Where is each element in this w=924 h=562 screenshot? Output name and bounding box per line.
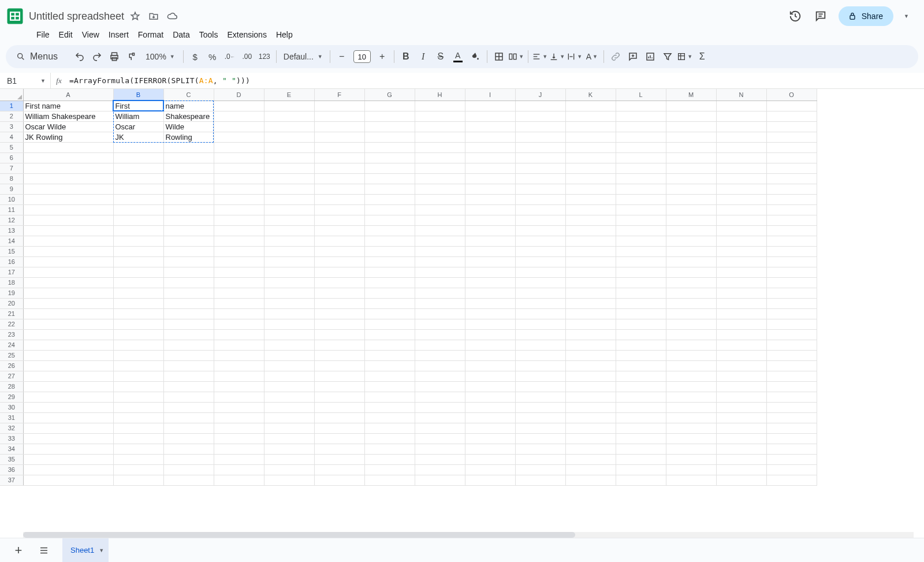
cell-H23[interactable] <box>415 329 465 340</box>
cell-A37[interactable] <box>23 475 113 485</box>
cell-H19[interactable] <box>415 288 465 298</box>
wrap-button[interactable]: ▼ <box>567 49 583 65</box>
cell-G15[interactable] <box>364 246 415 256</box>
cell-F4[interactable] <box>314 132 364 142</box>
cell-K18[interactable] <box>565 277 616 288</box>
row-header-14[interactable]: 14 <box>0 236 23 246</box>
cell-A28[interactable] <box>23 381 113 392</box>
column-header-H[interactable]: H <box>415 89 465 101</box>
cell-N19[interactable] <box>716 288 766 298</box>
cell-B23[interactable] <box>113 329 163 340</box>
cell-O17[interactable] <box>766 267 817 277</box>
cell-H27[interactable] <box>415 371 465 381</box>
cell-E31[interactable] <box>264 412 314 423</box>
cell-F10[interactable] <box>314 194 364 204</box>
menu-view[interactable]: View <box>78 28 103 42</box>
cell-L29[interactable] <box>616 392 666 402</box>
cell-F21[interactable] <box>314 308 364 319</box>
zoom-select[interactable]: 100%▼ <box>141 52 180 61</box>
cell-C6[interactable] <box>163 152 214 163</box>
cell-J15[interactable] <box>515 246 565 256</box>
cell-L22[interactable] <box>616 319 666 329</box>
cell-H25[interactable] <box>415 350 465 360</box>
cell-K7[interactable] <box>565 163 616 173</box>
cell-M28[interactable] <box>666 381 716 392</box>
cell-O32[interactable] <box>766 423 817 433</box>
cell-G7[interactable] <box>364 163 415 173</box>
cell-H33[interactable] <box>415 433 465 444</box>
cell-G18[interactable] <box>364 277 415 288</box>
cell-H15[interactable] <box>415 246 465 256</box>
cell-F15[interactable] <box>314 246 364 256</box>
cell-D15[interactable] <box>214 246 264 256</box>
cell-B6[interactable] <box>113 152 163 163</box>
cell-E8[interactable] <box>264 173 314 184</box>
cell-J7[interactable] <box>515 163 565 173</box>
cell-D4[interactable] <box>214 132 264 142</box>
cell-H3[interactable] <box>415 121 465 132</box>
cell-O11[interactable] <box>766 204 817 215</box>
cell-D30[interactable] <box>214 402 264 412</box>
cell-H5[interactable] <box>415 142 465 152</box>
cell-H14[interactable] <box>415 236 465 246</box>
cell-G29[interactable] <box>364 392 415 402</box>
percent-button[interactable]: % <box>204 49 221 65</box>
cell-B15[interactable] <box>113 246 163 256</box>
cell-H10[interactable] <box>415 194 465 204</box>
cell-A16[interactable] <box>23 256 113 267</box>
cell-D7[interactable] <box>214 163 264 173</box>
cell-I21[interactable] <box>465 308 515 319</box>
cell-D3[interactable] <box>214 121 264 132</box>
cell-E1[interactable] <box>264 101 314 111</box>
cell-E32[interactable] <box>264 423 314 433</box>
cell-C37[interactable] <box>163 475 214 485</box>
cell-N14[interactable] <box>716 236 766 246</box>
cell-J13[interactable] <box>515 225 565 236</box>
cell-G5[interactable] <box>364 142 415 152</box>
cell-F25[interactable] <box>314 350 364 360</box>
cell-M31[interactable] <box>666 412 716 423</box>
cell-F29[interactable] <box>314 392 364 402</box>
strikethrough-button[interactable]: S <box>433 49 449 65</box>
cell-G19[interactable] <box>364 288 415 298</box>
cell-C18[interactable] <box>163 277 214 288</box>
cell-K35[interactable] <box>565 454 616 464</box>
cell-C14[interactable] <box>163 236 214 246</box>
cell-D28[interactable] <box>214 381 264 392</box>
cell-I6[interactable] <box>465 152 515 163</box>
cell-F19[interactable] <box>314 288 364 298</box>
name-box[interactable]: B1 ▼ <box>0 73 51 88</box>
cell-K31[interactable] <box>565 412 616 423</box>
cell-C29[interactable] <box>163 392 214 402</box>
cell-C7[interactable] <box>163 163 214 173</box>
column-header-O[interactable]: O <box>766 89 817 101</box>
cell-E34[interactable] <box>264 444 314 454</box>
cell-N33[interactable] <box>716 433 766 444</box>
row-header-31[interactable]: 31 <box>0 412 23 423</box>
cell-G3[interactable] <box>364 121 415 132</box>
cell-F30[interactable] <box>314 402 364 412</box>
cell-A31[interactable] <box>23 412 113 423</box>
cell-J30[interactable] <box>515 402 565 412</box>
cell-J35[interactable] <box>515 454 565 464</box>
cell-A32[interactable] <box>23 423 113 433</box>
cell-B21[interactable] <box>113 308 163 319</box>
cell-K4[interactable] <box>565 132 616 142</box>
cell-G26[interactable] <box>364 360 415 371</box>
cell-N13[interactable] <box>716 225 766 236</box>
cell-B5[interactable] <box>113 142 163 152</box>
cell-C22[interactable] <box>163 319 214 329</box>
cell-J22[interactable] <box>515 319 565 329</box>
cell-E30[interactable] <box>264 402 314 412</box>
cell-E13[interactable] <box>264 225 314 236</box>
cell-A3[interactable]: Oscar Wilde <box>23 121 113 132</box>
cell-M37[interactable] <box>666 475 716 485</box>
cell-O31[interactable] <box>766 412 817 423</box>
cell-K20[interactable] <box>565 298 616 308</box>
column-header-D[interactable]: D <box>214 89 264 101</box>
column-header-I[interactable]: I <box>465 89 515 101</box>
cell-K14[interactable] <box>565 236 616 246</box>
cell-M12[interactable] <box>666 215 716 225</box>
cell-A13[interactable] <box>23 225 113 236</box>
cell-B36[interactable] <box>113 464 163 475</box>
